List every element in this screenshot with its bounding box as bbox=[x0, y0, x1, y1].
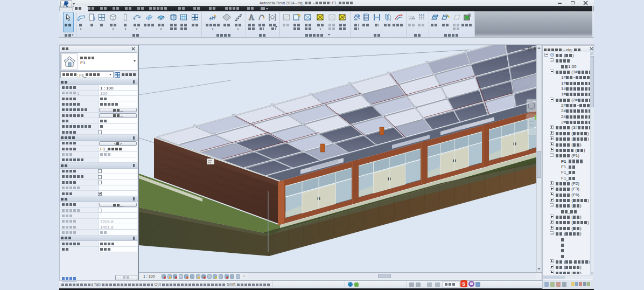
svg-text:A: A bbox=[249, 13, 255, 22]
